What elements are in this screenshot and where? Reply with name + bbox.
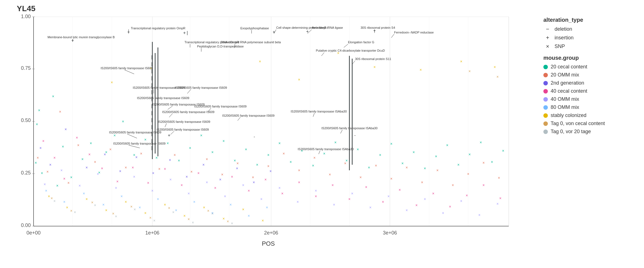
svg-text:×: × bbox=[211, 211, 214, 216]
svg-text:0.00: 0.00 bbox=[21, 222, 31, 228]
svg-text:Ferredoxin--NADP reductase: Ferredoxin--NADP reductase bbox=[394, 31, 434, 34]
svg-text:|: | bbox=[349, 104, 350, 108]
svg-text:×: × bbox=[97, 172, 99, 176]
svg-text:×: × bbox=[313, 155, 316, 160]
svg-text:×: × bbox=[278, 141, 281, 145]
svg-text:×: × bbox=[401, 161, 404, 166]
svg-text:×: × bbox=[104, 152, 106, 157]
svg-text:×: × bbox=[344, 161, 346, 166]
svg-text:×: × bbox=[502, 149, 504, 153]
svg-text:+: + bbox=[168, 133, 170, 138]
main-container: YL45 1.00 0.75 bbox=[0, 0, 644, 268]
svg-text:|: | bbox=[187, 30, 188, 35]
svg-text:×: × bbox=[70, 209, 72, 213]
svg-text:3e+06: 3e+06 bbox=[383, 230, 397, 236]
svg-text:×: × bbox=[41, 171, 43, 175]
svg-text:×: × bbox=[200, 133, 202, 138]
svg-text:×: × bbox=[133, 174, 135, 179]
svg-text:×: × bbox=[155, 155, 158, 160]
svg-text:×: × bbox=[60, 168, 63, 173]
svg-text:|: | bbox=[151, 125, 152, 129]
svg-text:×: × bbox=[172, 210, 174, 214]
svg-text:×: × bbox=[203, 205, 205, 210]
svg-text:×: × bbox=[44, 182, 46, 186]
alteration-type-legend-title: alteration_type bbox=[543, 17, 638, 23]
svg-text:×: × bbox=[46, 169, 49, 174]
svg-text:×: × bbox=[222, 139, 225, 143]
svg-text:×: × bbox=[109, 147, 112, 152]
svg-text:×: × bbox=[359, 175, 362, 180]
svg-text:×: × bbox=[111, 80, 113, 85]
svg-text:IS200/IS605 family transposase: IS200/IS605 family transposase ISAba30 bbox=[298, 147, 354, 151]
svg-text:×: × bbox=[77, 143, 79, 147]
svg-text:IS200/IS605 family transposase: IS200/IS605 family transposase IS609 bbox=[101, 66, 153, 70]
svg-text:×: × bbox=[452, 183, 454, 187]
color-40-cecal bbox=[543, 89, 548, 94]
svg-text:×: × bbox=[164, 202, 166, 207]
svg-text:×: × bbox=[70, 175, 72, 180]
svg-text:×: × bbox=[298, 180, 300, 185]
color-20-omm bbox=[543, 73, 548, 77]
svg-text:×: × bbox=[248, 214, 250, 218]
svg-text:×: × bbox=[116, 179, 119, 184]
svg-text:|: | bbox=[151, 145, 152, 150]
svg-text:×: × bbox=[379, 153, 381, 157]
svg-text:×: × bbox=[373, 65, 376, 69]
svg-text:×: × bbox=[231, 174, 233, 179]
legend-insertion: + insertion bbox=[543, 35, 638, 41]
svg-text:×: × bbox=[53, 155, 56, 160]
svg-text:0e+00: 0e+00 bbox=[27, 230, 41, 236]
svg-text:0.25: 0.25 bbox=[21, 170, 31, 176]
svg-text:×: × bbox=[115, 186, 117, 190]
svg-text:×: × bbox=[52, 94, 54, 99]
svg-text:×: × bbox=[406, 165, 408, 170]
svg-text:IS200/IS605 family transposase: IS200/IS605 family transposase IS609 bbox=[113, 142, 165, 145]
svg-text:×: × bbox=[112, 211, 114, 216]
svg-text:×: × bbox=[76, 135, 78, 140]
svg-text:×: × bbox=[457, 162, 460, 167]
svg-text:×: × bbox=[259, 59, 261, 64]
svg-text:×: × bbox=[260, 197, 262, 201]
label-40-cecal: 40 cecal content bbox=[551, 88, 587, 94]
svg-text:×: × bbox=[252, 175, 254, 180]
svg-text:×: × bbox=[413, 150, 415, 154]
svg-text:×: × bbox=[206, 180, 208, 185]
svg-text:0.75: 0.75 bbox=[21, 65, 31, 71]
svg-text:×: × bbox=[151, 188, 153, 193]
svg-text:×: × bbox=[298, 77, 300, 82]
svg-text:×: × bbox=[382, 200, 384, 204]
svg-text:×: × bbox=[164, 167, 166, 171]
svg-text:×: × bbox=[242, 183, 244, 187]
svg-text:×: × bbox=[147, 181, 149, 185]
svg-text:×: × bbox=[478, 213, 480, 217]
color-tag0-vor20 bbox=[543, 130, 548, 134]
svg-text:Putative cryptic C4-dicarboxyl: Putative cryptic C4-dicarboxylate transp… bbox=[316, 49, 385, 52]
deletion-symbol: − bbox=[543, 26, 552, 32]
svg-text:×: × bbox=[446, 143, 448, 147]
svg-text:×: × bbox=[234, 158, 236, 163]
svg-text:+: + bbox=[183, 30, 186, 35]
deletion-label: deletion bbox=[555, 26, 572, 32]
label-80-omm: 80 OMM mix bbox=[551, 104, 579, 110]
svg-text:×: × bbox=[211, 150, 214, 154]
svg-text:×: × bbox=[207, 209, 209, 213]
svg-text:×: × bbox=[262, 218, 264, 223]
svg-text:IS200/IS605 family transposase: IS200/IS605 family transposase IS609 bbox=[137, 96, 189, 100]
svg-text:×: × bbox=[45, 188, 47, 193]
svg-text:×: × bbox=[435, 154, 437, 159]
svg-text:×: × bbox=[139, 205, 141, 210]
svg-text:|: | bbox=[349, 69, 350, 73]
svg-text:×: × bbox=[130, 204, 132, 209]
svg-text:30S ribosomal protein S4: 30S ribosomal protein S4 bbox=[361, 26, 395, 29]
svg-text:|: | bbox=[349, 90, 350, 94]
svg-text:×: × bbox=[269, 169, 272, 173]
svg-text:×: × bbox=[192, 220, 194, 225]
svg-text:×: × bbox=[449, 204, 451, 209]
svg-text:Peptidoglycan D,D-transpeptida: Peptidoglycan D,D-transpeptidase bbox=[197, 45, 244, 48]
svg-text:×: × bbox=[56, 183, 58, 188]
chart-svg: 1.00 0.75 0.50 0.25 0.00 0e+00 1e+06 2e+… bbox=[17, 14, 525, 248]
svg-text:Elongation factor G: Elongation factor G bbox=[348, 40, 374, 44]
svg-text:×: × bbox=[144, 137, 146, 142]
svg-text:×: × bbox=[420, 68, 422, 72]
svg-text:×: × bbox=[94, 203, 96, 207]
